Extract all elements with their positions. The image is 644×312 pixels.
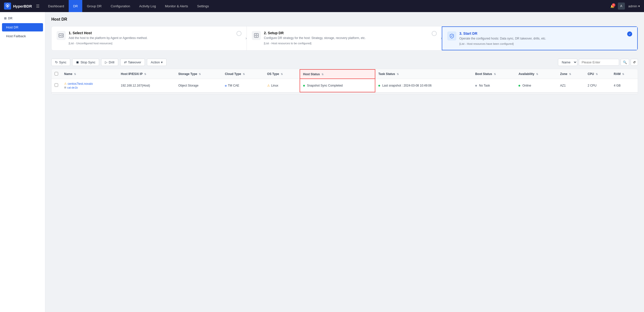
drill-button[interactable]: ▷ Drill — [101, 59, 118, 66]
row-cpu: 2 CPU — [588, 84, 596, 87]
svg-point-9 — [256, 37, 257, 37]
sync-icon: ↻ — [55, 60, 58, 64]
sort-taskstatus-icon: ⇅ — [397, 73, 399, 75]
col-cloud-type[interactable]: Cloud Type ⇅ — [222, 69, 264, 79]
action-label: Action — [151, 60, 160, 64]
logo-text: HyperBDR — [13, 4, 32, 8]
sort-name-icon: ⇅ — [74, 73, 76, 75]
host-table: Name ⇅ Host IP/ESXi IP ⇅ Storage Type ⇅ — [52, 69, 638, 93]
top-navigation: HyperBDR ☰ Dashboard DR Group DR Configu… — [0, 0, 644, 12]
bell-badge: 7 — [612, 3, 615, 7]
steps-row: 1. Select Host Add the host to the platf… — [51, 26, 638, 51]
table-scroll: Name ⇅ Host IP/ESXi IP ⇅ Storage Type ⇅ — [52, 69, 638, 93]
col-boot-status[interactable]: Boot Status ⇅ — [472, 69, 515, 79]
row-os-type: Linux — [271, 84, 278, 87]
step-2-card[interactable]: 2. Setup DR Configure DR strategy for th… — [247, 26, 442, 50]
search-select[interactable]: Name — [558, 59, 577, 66]
step-2-icon — [252, 31, 261, 40]
hamburger-icon[interactable]: ☰ — [36, 4, 39, 9]
col-host-ip[interactable]: Host IP/ESXi IP ⇅ — [118, 69, 175, 79]
step-3-card[interactable]: 3. Start DR Operate the configured hosts… — [442, 26, 638, 50]
nav-settings[interactable]: Settings — [193, 0, 214, 12]
nav-dashboard[interactable]: Dashboard — [44, 0, 69, 12]
sync-button[interactable]: ↻ Sync — [51, 59, 70, 66]
col-boot-status-label: Boot Status — [475, 72, 492, 76]
nav-monitor-alerts[interactable]: Monitor & Alerts — [160, 0, 193, 12]
nav-activity-log[interactable]: Activity Log — [135, 0, 160, 12]
sidebar-item-host-dr[interactable]: Host DR — [2, 23, 43, 31]
host-name-primary-link[interactable]: centos7test.novalo — [68, 82, 93, 86]
nav-group-dr[interactable]: Group DR — [82, 0, 106, 12]
row-ram: 4 GB — [614, 84, 621, 87]
row-cloud-type: TM CAE — [228, 84, 239, 87]
row-host-status-cell: Snapshot Sync Completed — [300, 79, 375, 92]
step-1-card[interactable]: 1. Select Host Add the host to the platf… — [52, 26, 247, 50]
sort-bootstatus-icon: ⇅ — [494, 73, 496, 75]
row-availability-cell: Online — [515, 79, 557, 92]
table-scrollbar[interactable] — [52, 92, 638, 94]
col-name[interactable]: Name ⇅ — [61, 69, 118, 79]
select-all-header — [52, 69, 61, 79]
sync-label: Sync — [59, 60, 66, 64]
task-status-dot — [378, 85, 380, 87]
step-3-icon — [447, 31, 456, 41]
nav-dr[interactable]: DR — [69, 0, 83, 12]
sidebar-item-host-failback[interactable]: Host Failback — [0, 32, 45, 40]
bell-notification[interactable]: 🔔 7 — [610, 4, 614, 8]
linux-warning-icon: ⚠ — [267, 84, 270, 87]
user-menu[interactable]: admin ▾ — [628, 4, 640, 8]
stop-sync-icon: ⏹ — [76, 60, 79, 64]
select-all-checkbox[interactable] — [55, 72, 58, 75]
col-cpu[interactable]: CPU ⇅ — [585, 69, 611, 79]
col-os-type[interactable]: OS Type ⇅ — [264, 69, 300, 79]
action-button[interactable]: Action ▾ — [147, 59, 167, 66]
row-task-status-cell: Last snapshot : 2024-03-08 10:49:06 — [375, 79, 472, 92]
data-table-container: Name ⇅ Host IP/ESXi IP ⇅ Storage Type ⇅ — [51, 69, 638, 95]
row-host-status: Snapshot Sync Completed — [307, 84, 343, 87]
search-button[interactable]: 🔍 — [621, 59, 629, 66]
nav-configuration[interactable]: Configuration — [106, 0, 135, 12]
col-storage-type[interactable]: Storage Type ⇅ — [175, 69, 222, 79]
sort-hoststatus-icon: ⇅ — [321, 73, 324, 76]
host-warning-icon: ⚠ — [64, 82, 67, 85]
step-1-icon — [57, 31, 66, 40]
row-os-type-cell: ⚠ Linux — [264, 79, 300, 92]
row-zone-cell: AZ1 — [557, 79, 585, 92]
avatar: A — [618, 3, 625, 10]
col-storage-type-label: Storage Type — [178, 72, 197, 76]
sort-ram-icon: ⇅ — [622, 73, 624, 75]
svg-point-11 — [258, 35, 258, 36]
availability-dot — [518, 85, 520, 87]
refresh-button[interactable]: ↺ — [631, 59, 638, 66]
nav-items: Dashboard DR Group DR Configuration Acti… — [44, 0, 610, 12]
col-task-status-label: Task Status — [378, 72, 395, 76]
col-os-type-label: OS Type — [267, 72, 279, 76]
host-name-secondary-link[interactable]: cal-de1b — [67, 86, 78, 89]
username-label: admin — [628, 4, 637, 8]
logo-area: HyperBDR — [4, 3, 32, 10]
col-host-status[interactable]: Host Status ⇅ — [300, 69, 375, 79]
col-availability-label: Availability — [518, 72, 534, 76]
tm-logo-icon: α — [225, 84, 227, 87]
sort-zone-icon: ⇅ — [569, 73, 571, 75]
col-cloud-type-label: Cloud Type — [225, 72, 241, 76]
row-task-status: Last snapshot : 2024-03-08 10:49:06 — [382, 84, 431, 87]
step-2-circle — [432, 31, 437, 36]
col-ram[interactable]: RAM ⇅ — [611, 69, 638, 79]
row-checkbox-cell — [52, 79, 61, 92]
col-task-status[interactable]: Task Status ⇅ — [375, 69, 472, 79]
stop-sync-button[interactable]: ⏹ Stop Sync — [72, 59, 99, 66]
row-cpu-cell: 2 CPU — [585, 79, 611, 92]
search-input[interactable] — [579, 59, 619, 66]
col-availability[interactable]: Availability ⇅ — [515, 69, 557, 79]
svg-point-8 — [256, 33, 257, 34]
step-3-link: [List - Host resources have been configu… — [459, 42, 624, 45]
col-host-status-label: Host Status — [303, 72, 320, 76]
step-3-title: 3. Start DR — [459, 31, 624, 35]
col-zone[interactable]: Zone ⇅ — [557, 69, 585, 79]
toolbar: ↻ Sync ⏹ Stop Sync ▷ Drill ⇄ Takeover Ac… — [51, 56, 638, 69]
row-checkbox[interactable] — [55, 83, 58, 87]
takeover-button[interactable]: ⇄ Takeover — [120, 59, 145, 66]
row-host-ip-cell: 192.168.12.167(Host) — [118, 79, 175, 92]
boot-status-dot — [475, 85, 477, 87]
